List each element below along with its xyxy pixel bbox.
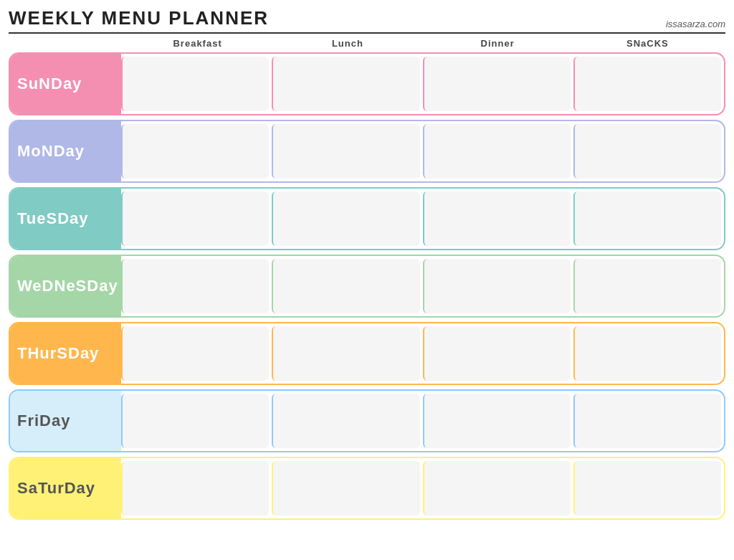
col-header-empty <box>11 38 123 49</box>
meal-cell-wednesday-dinner[interactable] <box>423 259 571 313</box>
col-header-dinner: Dinner <box>423 38 573 49</box>
meal-cell-thursday-lunch[interactable] <box>272 326 419 381</box>
day-label-sunday: SuNDay <box>10 54 121 114</box>
meal-cell-saturday-snacks[interactable] <box>573 461 721 516</box>
meal-cell-sunday-dinner[interactable] <box>423 57 571 111</box>
meal-cell-tuesday-dinner[interactable] <box>423 191 571 246</box>
day-row-friday: FriDay <box>9 389 725 452</box>
day-label-monday: MoNDay <box>10 121 121 181</box>
site-url: issasarza.com <box>666 19 725 29</box>
meal-cell-saturday-dinner[interactable] <box>423 461 571 516</box>
day-row-sunday: SuNDay <box>9 52 725 115</box>
day-label-tuesday: TueSDay <box>10 189 121 249</box>
meal-cell-thursday-snacks[interactable] <box>573 326 721 381</box>
meal-cell-wednesday-breakfast[interactable] <box>121 259 269 313</box>
day-label-wednesday: WeDNeSDay <box>10 256 121 316</box>
page-header: Weekly Menu Planner issasarza.com <box>9 7 725 34</box>
days-container: SuNDayMoNDayTueSDayWeDNeSDayTHurSDayFriD… <box>9 52 725 520</box>
day-label-friday: FriDay <box>10 391 121 451</box>
meal-cell-wednesday-snacks[interactable] <box>573 259 721 313</box>
day-row-thursday: THurSDay <box>9 322 725 385</box>
meal-cell-monday-dinner[interactable] <box>423 124 571 179</box>
meal-cell-thursday-dinner[interactable] <box>423 326 571 381</box>
meal-cell-tuesday-snacks[interactable] <box>573 191 721 246</box>
day-row-monday: MoNDay <box>9 120 725 183</box>
meal-cell-friday-dinner[interactable] <box>423 394 571 448</box>
meal-cell-sunday-lunch[interactable] <box>272 57 419 111</box>
day-row-tuesday: TueSDay <box>9 187 725 250</box>
meal-cell-friday-lunch[interactable] <box>272 394 419 448</box>
day-row-saturday: SaTurDay <box>9 457 725 520</box>
meal-cell-tuesday-lunch[interactable] <box>272 191 419 246</box>
day-label-saturday: SaTurDay <box>10 458 121 518</box>
column-headers: Breakfast Lunch Dinner SNaCKS <box>9 38 725 49</box>
meal-cell-monday-lunch[interactable] <box>272 124 419 179</box>
meal-cell-monday-snacks[interactable] <box>573 124 721 179</box>
meal-cell-monday-breakfast[interactable] <box>121 124 269 179</box>
meal-cell-saturday-lunch[interactable] <box>272 461 419 516</box>
meal-cell-thursday-breakfast[interactable] <box>121 326 269 381</box>
meal-cell-sunday-snacks[interactable] <box>573 57 721 111</box>
page-container: Weekly Menu Planner issasarza.com Breakf… <box>9 7 725 520</box>
day-row-wednesday: WeDNeSDay <box>9 255 725 318</box>
page-title: Weekly Menu Planner <box>9 7 269 29</box>
col-header-lunch: Lunch <box>272 38 422 49</box>
col-header-breakfast: Breakfast <box>123 38 272 49</box>
meal-cell-friday-breakfast[interactable] <box>121 394 269 448</box>
day-label-thursday: THurSDay <box>10 323 121 384</box>
meal-cell-wednesday-lunch[interactable] <box>272 259 419 313</box>
meal-cell-saturday-breakfast[interactable] <box>121 461 269 516</box>
col-header-snacks: SNaCKS <box>573 38 723 49</box>
meal-cell-tuesday-breakfast[interactable] <box>121 191 269 246</box>
meal-cell-sunday-breakfast[interactable] <box>121 57 269 111</box>
meal-cell-friday-snacks[interactable] <box>573 394 721 448</box>
